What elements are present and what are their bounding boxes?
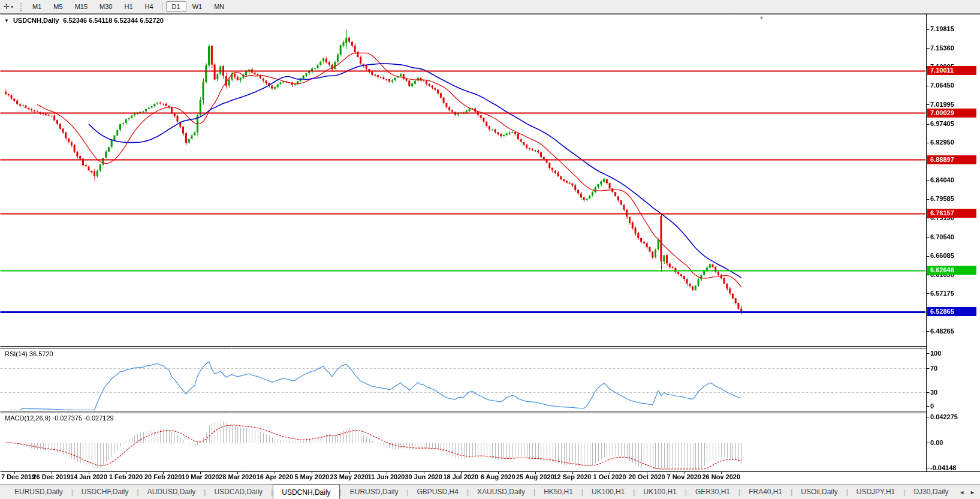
- toolbar-divider: [162, 2, 163, 11]
- date-tick-label: 5 May 2020: [294, 473, 329, 480]
- timeframe-button-m1[interactable]: M1: [26, 1, 47, 12]
- price-level-tag: 6.88897: [927, 155, 976, 164]
- chart-tab-bar: EURUSD,Daily|USDCHF,Daily|AUDUSD,Daily|U…: [0, 484, 980, 499]
- date-tick-label: 28 Mar 2020: [219, 473, 256, 480]
- tabs-scroll-left-icon[interactable]: ◄: [959, 489, 964, 495]
- timeframe-button-h4[interactable]: H4: [139, 1, 159, 12]
- price-level-tag: 7.10011: [927, 66, 976, 75]
- chart-tab-gbpusd-h4[interactable]: GBPUSD,H4: [409, 485, 467, 499]
- price-tick-label: 7.19815: [930, 25, 954, 32]
- chart-symbol-title: USDCNH,Daily: [13, 17, 59, 24]
- chart-tab-eurusd-daily[interactable]: EURUSD,Daily: [342, 485, 407, 499]
- timeframe-button-d1[interactable]: D1: [166, 1, 186, 12]
- chart-tabs: EURUSD,Daily|USDCHF,Daily|AUDUSD,Daily|U…: [6, 485, 980, 499]
- date-tick-label: 7 Dec 2019: [1, 473, 35, 480]
- price-level-tag: 6.76157: [927, 209, 976, 218]
- date-tick-label: 14 Jan 2020: [70, 473, 107, 480]
- chart-tab-audusd-daily[interactable]: AUDUSD,Daily: [139, 485, 204, 499]
- macd-tick-label: 0.042275: [930, 413, 958, 420]
- rsi-tick-label: 100: [930, 350, 941, 357]
- date-tick-label: 30 Jun 2020: [405, 473, 442, 480]
- date-tick-label: 1 Feb 2020: [109, 473, 143, 480]
- chart-tab-usdchf-daily[interactable]: USDCHF,Daily: [73, 485, 137, 499]
- timeframe-button-m5[interactable]: M5: [47, 1, 68, 12]
- chart-tab-usdcad-daily[interactable]: USDCAD,Daily: [206, 485, 271, 499]
- chart-shift-marker-icon[interactable]: ▼: [759, 15, 764, 21]
- chart-tab-hk50-h1[interactable]: HK50,H1: [535, 485, 581, 499]
- date-tick-label: 7 Nov 2020: [667, 473, 701, 480]
- crosshair-tool-icon[interactable]: ✛: [4, 2, 10, 11]
- chart-tab-uk100-h1[interactable]: UK100,H1: [583, 485, 633, 499]
- macd-tick-label: 0.00: [930, 439, 943, 446]
- price-tick-label: 6.84040: [930, 176, 954, 184]
- toolbar: ✛ ▾ M1M5M15M30H1H4D1W1MN: [0, 0, 980, 14]
- tab-scroll-arrows: ◄ ►: [955, 485, 980, 499]
- price-tick-label: 6.57175: [930, 290, 954, 297]
- timeframe-button-mn[interactable]: MN: [208, 1, 230, 12]
- date-tick-label: 20 Oct 2020: [629, 473, 665, 480]
- price-tick-label: 6.70540: [930, 233, 954, 241]
- date-tick-label: 23 May 2020: [330, 473, 368, 480]
- rsi-tick-label: 0: [930, 402, 934, 410]
- timeframe-button-group: M1M5M15M30H1H4D1W1MN: [26, 0, 230, 13]
- chart-tab-eurusd-daily[interactable]: EURUSD,Daily: [6, 485, 71, 499]
- tabs-scroll-right-icon[interactable]: ►: [970, 489, 975, 495]
- price-tick-label: 6.66085: [930, 252, 954, 259]
- timeframe-button-m30[interactable]: M30: [94, 1, 118, 12]
- price-level-tag: 7.00029: [927, 109, 976, 118]
- price-tick-label: 6.97405: [930, 120, 954, 127]
- chart-tab-usoil-daily[interactable]: USOil,Daily: [792, 485, 846, 499]
- macd-indicator-label: MACD(12,26,9) -0.027375 -0.027129: [5, 414, 114, 422]
- date-tick-label: 11 Jun 2020: [368, 473, 405, 480]
- date-tick-label: 16 Apr 2020: [257, 473, 293, 480]
- chart-ohlc-values: 6.52346 6.54118 6.52344 6.52720: [63, 17, 164, 24]
- price-tick-label: 6.79585: [930, 195, 954, 202]
- chart-title: ▼ USDCNH,Daily 6.52346 6.54118 6.52344 6…: [4, 17, 164, 24]
- chart-tab-fra40-h1[interactable]: FRA40,H1: [740, 485, 791, 499]
- price-level-tag: 6.62646: [927, 266, 976, 275]
- rsi-tick-label: 70: [930, 365, 937, 372]
- collapse-arrow-icon[interactable]: ▼: [4, 18, 9, 23]
- chart-tab-usdcnh-daily[interactable]: USDCNH,Daily: [273, 485, 339, 499]
- date-tick-label: 18 Jul 2020: [443, 473, 478, 480]
- price-tick-label: 6.92950: [930, 139, 954, 146]
- price-tick-label: 6.48265: [930, 327, 954, 335]
- price-tick-label: 7.15360: [930, 44, 954, 52]
- rsi-indicator-label: RSI(14) 36.5720: [5, 350, 53, 357]
- macd-tick-label: -0.04148: [930, 464, 956, 471]
- timeframe-button-h1[interactable]: H1: [118, 1, 138, 12]
- price-level-tag: 6.52865: [927, 307, 976, 316]
- rsi-tick-label: 30: [930, 389, 937, 396]
- timeframe-button-w1[interactable]: W1: [186, 1, 209, 12]
- toolbar-grip: [20, 3, 22, 11]
- chart-tab-xauusd-daily[interactable]: XAUUSD,Daily: [469, 485, 533, 499]
- chart-tab-uk100-h1[interactable]: UK100,H1: [635, 485, 685, 499]
- date-tick-label: 26 Dec 2019: [32, 473, 70, 480]
- date-tick-label: 12 Sep 2020: [553, 473, 591, 480]
- timeframe-button-m15[interactable]: M15: [69, 1, 94, 12]
- date-tick-label: 1 Oct 2020: [593, 473, 626, 480]
- chart-tab-ger30-h1[interactable]: GER30,H1: [687, 485, 738, 499]
- tool-dropdown-arrow-icon[interactable]: ▾: [11, 4, 13, 10]
- date-tick-label: 25 Aug 2020: [516, 473, 554, 480]
- date-tick-label: 20 Feb 2020: [144, 473, 182, 480]
- price-tick-label: 7.01995: [930, 101, 954, 108]
- date-tick-label: 10 Mar 2020: [182, 473, 219, 480]
- price-tick-label: 7.06450: [930, 82, 954, 89]
- chart-tab-dj30-daily[interactable]: DJ30,Daily: [905, 485, 957, 499]
- date-tick-label: 26 Nov 2020: [702, 473, 740, 480]
- date-tick-label: 6 Aug 2020: [481, 473, 515, 480]
- chart-canvas[interactable]: [0, 0, 980, 499]
- chart-tab-usdjpy-h1[interactable]: USDJPY,H1: [848, 485, 903, 499]
